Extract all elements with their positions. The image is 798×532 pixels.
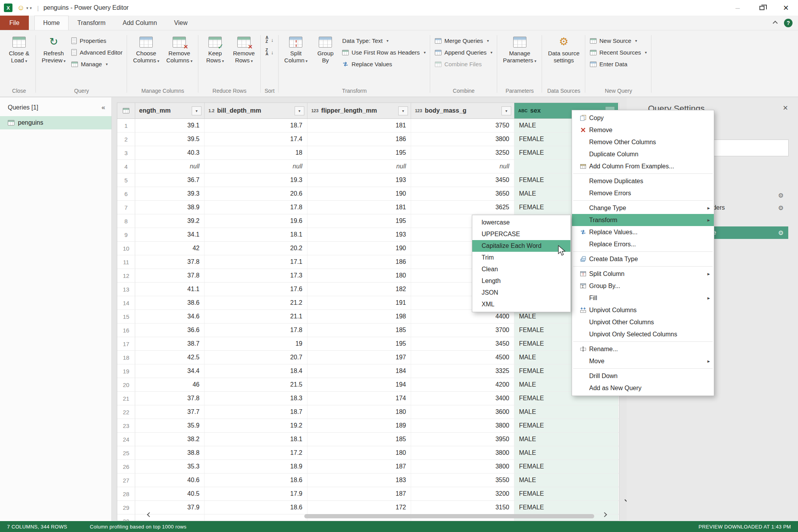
context-menu-item-unpivot-other-columns[interactable]: Unpivot Other Columns bbox=[572, 316, 714, 328]
submenu-item-length[interactable]: Length bbox=[472, 275, 570, 287]
tab-add-column[interactable]: Add Column bbox=[114, 16, 166, 30]
context-menu-item-replace-errors[interactable]: Replace Errors... bbox=[572, 238, 714, 250]
tab-transform[interactable]: Transform bbox=[69, 16, 114, 30]
submenu-item-trim[interactable]: Trim bbox=[472, 252, 570, 263]
gear-icon[interactable]: ⚙ bbox=[778, 192, 784, 199]
column-type-icon[interactable]: ABC bbox=[518, 108, 528, 113]
submenu-item-json[interactable]: JSON bbox=[472, 287, 570, 299]
context-menu-item-fill[interactable]: Fill▸ bbox=[572, 292, 714, 304]
context-menu-item-transform[interactable]: Transform▸ bbox=[572, 214, 714, 226]
select-all-corner[interactable] bbox=[117, 103, 135, 118]
gear-icon[interactable]: ⚙ bbox=[778, 229, 784, 237]
scroll-left-button[interactable] bbox=[148, 511, 151, 518]
advanced-editor-button[interactable]: Advanced Editor bbox=[71, 49, 122, 56]
group-by-button[interactable]: Group By bbox=[312, 34, 339, 65]
smiley-feedback-icon[interactable]: ☺ bbox=[17, 4, 25, 12]
tab-file[interactable]: File bbox=[0, 16, 29, 30]
menu-item-label: Transform bbox=[589, 217, 707, 224]
recent-sources-button[interactable]: Recent Sources ▾ bbox=[590, 49, 647, 56]
collapse-ribbon-button[interactable] bbox=[773, 19, 777, 27]
column-filter-button[interactable]: ▾ bbox=[192, 106, 201, 115]
choose-columns-button[interactable]: Choose Columns▾ bbox=[130, 34, 162, 65]
column-name: ength_mm bbox=[139, 107, 171, 114]
split-column-button[interactable]: Split Column▾ bbox=[282, 34, 311, 65]
merge-queries-button[interactable]: Merge Queries ▾ bbox=[435, 37, 492, 44]
close-button[interactable]: × bbox=[774, 0, 798, 16]
remove-rows-button[interactable]: × Remove Rows▾ bbox=[230, 34, 258, 65]
table-cell: 18.1 bbox=[205, 228, 307, 241]
horizontal-scrollbar-thumb[interactable] bbox=[304, 514, 594, 518]
column-header-body-mass-g[interactable]: 123body_mass_g▾ bbox=[411, 103, 514, 118]
refresh-preview-button[interactable]: ↻ Refresh Preview▾ bbox=[39, 34, 68, 65]
gear-icon[interactable]: ⚙ bbox=[778, 204, 784, 212]
close-and-load-button[interactable]: Close & Load▾ bbox=[5, 34, 33, 65]
append-queries-button[interactable]: Append Queries ▾ bbox=[435, 49, 492, 56]
column-filter-button[interactable]: ▾ bbox=[295, 106, 304, 115]
context-menu-item-add-column-from-examples[interactable]: Add Column From Examples... bbox=[572, 160, 714, 172]
tab-home[interactable]: Home bbox=[34, 16, 69, 30]
transform-submenu: lowercaseUPPERCASECapitalize Each WordTr… bbox=[472, 215, 571, 312]
column-header-ength-mm[interactable]: ength_mm▾ bbox=[135, 103, 205, 118]
collapse-pane-icon[interactable]: « bbox=[102, 104, 105, 111]
table-cell: 3400 bbox=[411, 392, 514, 405]
context-menu-item-remove-errors[interactable]: Remove Errors bbox=[572, 187, 714, 199]
close-panel-icon[interactable]: × bbox=[783, 104, 788, 112]
query-name: penguins bbox=[18, 119, 43, 126]
column-filter-button[interactable]: ▾ bbox=[398, 106, 408, 115]
chevron-down-icon[interactable]: ▾ bbox=[26, 6, 28, 10]
submenu-item-lowercase[interactable]: lowercase bbox=[472, 217, 570, 228]
properties-button[interactable]: Properties bbox=[71, 37, 122, 44]
sort-ascending-button[interactable]: AZ ↓ bbox=[265, 36, 274, 44]
context-menu-item-split-column[interactable]: Split Column▸ bbox=[572, 268, 714, 280]
context-menu-item-remove-duplicates[interactable]: Remove Duplicates bbox=[572, 175, 714, 187]
use-first-row-as-headers-button[interactable]: Use First Row as Headers ▾ bbox=[342, 49, 425, 56]
data-source-settings-button[interactable]: ⚙ Data source settings bbox=[545, 34, 582, 65]
context-menu-item-unpivot-columns[interactable]: Unpivot Columns bbox=[572, 304, 714, 316]
sidebar-item-penguins[interactable]: penguins bbox=[0, 116, 111, 129]
tab-view[interactable]: View bbox=[166, 16, 196, 30]
quick-access-chevron-icon[interactable]: ▾ bbox=[30, 6, 32, 10]
new-source-button[interactable]: New Source ▾ bbox=[590, 37, 647, 44]
column-header-flipper-length-mm[interactable]: 123flipper_length_mm▾ bbox=[307, 103, 411, 118]
keep-rows-button[interactable]: ✓ Keep Rows▾ bbox=[201, 34, 229, 65]
column-type-icon[interactable]: 123 bbox=[311, 108, 318, 113]
manage-parameters-button[interactable]: Manage Parameters▾ bbox=[500, 34, 539, 65]
table-cell: 186 bbox=[307, 255, 411, 269]
replace-values-button[interactable]: Replace Values bbox=[342, 61, 425, 67]
context-menu-item-add-as-new-query[interactable]: Add as New Query bbox=[572, 382, 714, 394]
context-menu-item-copy[interactable]: Copy bbox=[572, 112, 714, 124]
table-cell: 182 bbox=[307, 283, 411, 296]
column-profiling-status[interactable]: Column profiling based on top 1000 rows bbox=[90, 524, 187, 530]
context-menu-item-change-type[interactable]: Change Type▸ bbox=[572, 202, 714, 214]
sort-descending-button[interactable]: ZA ↓ bbox=[265, 48, 274, 56]
context-menu-item-unpivot-only-selected-columns[interactable]: Unpivot Only Selected Columns bbox=[572, 328, 714, 340]
submenu-item-clean[interactable]: Clean bbox=[472, 263, 570, 275]
submenu-item-uppercase[interactable]: UPPERCASE bbox=[472, 228, 570, 240]
context-menu-item-remove[interactable]: Remove bbox=[572, 124, 714, 136]
restore-button[interactable] bbox=[750, 0, 774, 16]
help-button[interactable]: ? bbox=[784, 19, 793, 27]
context-menu-item-remove-other-columns[interactable]: Remove Other Columns bbox=[572, 136, 714, 148]
context-menu-item-create-data-type[interactable]: Create Data Type bbox=[572, 253, 714, 265]
manage-button[interactable]: Manage ▾ bbox=[71, 61, 122, 67]
svg-text:Σ: Σ bbox=[581, 285, 584, 288]
context-menu-item-duplicate-column[interactable]: Duplicate Column bbox=[572, 148, 714, 160]
submenu-item-xml[interactable]: XML bbox=[472, 299, 570, 310]
context-menu-item-rename[interactable]: Rename... bbox=[572, 343, 714, 355]
data-type-button[interactable]: Data Type: Text ▾ bbox=[342, 37, 425, 44]
column-type-icon[interactable]: 1.2 bbox=[208, 108, 214, 113]
minimize-button[interactable]: – bbox=[726, 0, 750, 16]
context-menu-item-replace-values[interactable]: Replace Values... bbox=[572, 226, 714, 238]
context-menu-item-drill-down[interactable]: Drill Down bbox=[572, 370, 714, 382]
column-filter-button[interactable]: ▾ bbox=[501, 106, 511, 115]
context-menu-item-group-by[interactable]: ΣGroup By... bbox=[572, 280, 714, 292]
column-header-bill-depth-mm[interactable]: 1.2bill_depth_mm▾ bbox=[205, 103, 307, 118]
remove-columns-button[interactable]: × Remove Columns▾ bbox=[164, 34, 195, 65]
context-menu-item-move[interactable]: Move▸ bbox=[572, 355, 714, 367]
enter-data-button[interactable]: Enter Data bbox=[590, 61, 647, 67]
submenu-item-capitalize-each-word[interactable]: Capitalize Each Word bbox=[472, 240, 570, 252]
button-label: Data source bbox=[548, 50, 579, 57]
column-type-icon[interactable]: 123 bbox=[415, 108, 422, 113]
scroll-right-button[interactable] bbox=[603, 511, 606, 518]
button-label: Parameters bbox=[503, 57, 533, 64]
